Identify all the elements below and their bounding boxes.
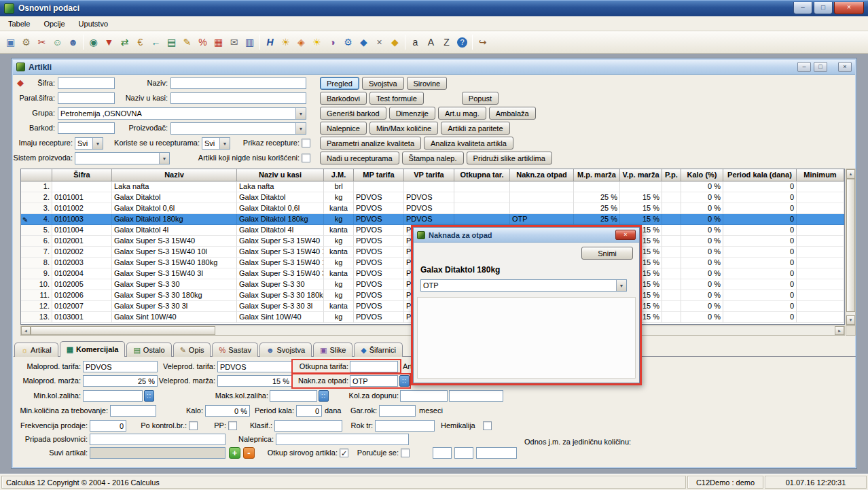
minimize-button[interactable]: – [793, 2, 812, 14]
tools-icon[interactable]: × [372, 34, 387, 50]
action-pregled[interactable]: Pregled [320, 77, 359, 90]
sifra-input[interactable] [58, 77, 115, 89]
edit-note-icon[interactable]: ✎ [179, 34, 195, 50]
action-artikli-za-paritete[interactable]: Artikli za paritete [441, 122, 509, 135]
action-barkodovi[interactable]: Barkodovi [320, 92, 367, 105]
imaju-dropdown-icon[interactable]: ▼ [92, 138, 103, 149]
action-ambala-a[interactable]: Ambalaža [489, 107, 536, 120]
action-popust[interactable]: Popust [462, 92, 499, 105]
naziv-u-kasi-input[interactable] [170, 92, 306, 104]
idea-icon[interactable]: ☀ [278, 34, 293, 50]
titlebar[interactable]: Osnovni podaci – □ × [0, 0, 868, 16]
dialog-close-button[interactable]: × [615, 230, 636, 240]
filter-icon[interactable]: ▼ [101, 34, 117, 50]
column-header-vp-tarifa[interactable]: VP tarifa [404, 169, 454, 181]
barkod-input[interactable] [58, 122, 115, 134]
table-row[interactable]: 2.0101001Galax DitaktolGalax DitaktolkgP… [21, 192, 844, 203]
tags-icon[interactable]: ◈ [293, 34, 309, 50]
column-header-otkupna-tar[interactable]: Otkupna tar. [454, 169, 510, 181]
column-header-naziv-u-kasi[interactable]: Naziv u kasi [237, 169, 324, 181]
grupa-dropdown-icon[interactable]: ▼ [295, 108, 306, 119]
action-test-formule[interactable]: Test formule [369, 92, 424, 105]
menu-opcije[interactable]: Opcije [37, 18, 71, 30]
tag-blue-icon[interactable]: ◆ [356, 34, 372, 50]
column-header-minimum[interactable]: Minimum [797, 169, 844, 181]
proizvodjac-dropdown-icon[interactable]: ▼ [295, 123, 306, 134]
add-user-icon[interactable]: ☺ [50, 34, 65, 50]
koriste-dropdown-icon[interactable]: ▼ [219, 138, 230, 149]
save-button[interactable]: Snimi [581, 247, 633, 260]
percent-icon[interactable]: % [195, 34, 211, 50]
doc-a-icon[interactable]: A [423, 34, 439, 50]
koriste-select[interactable]: Svi ▼ [202, 137, 230, 150]
column-header-ifra[interactable]: Šifra [52, 169, 112, 181]
artikli-minimize-button[interactable]: – [797, 62, 811, 72]
chart-icon[interactable]: ◑ [325, 34, 340, 50]
action-art-u-mag[interactable]: Art.u mag. [438, 107, 486, 120]
settings-icon[interactable]: ⚙ [18, 34, 34, 50]
tab-artikal[interactable]: ☼Artikal [14, 343, 58, 357]
column-header-nakn-za-otpad[interactable]: Nakn.za otpad [510, 169, 574, 181]
action-analiza-kvaliteta-artikla[interactable]: Analiza kvaliteta artikla [424, 137, 513, 150]
users-icon[interactable]: ☻ [65, 34, 81, 50]
action-parametri-analize-kvaliteta[interactable]: Parametri analize kvaliteta [320, 137, 421, 150]
tab-ifarnici[interactable]: ◆Šifarnici [354, 343, 403, 357]
action-svojstva[interactable]: Svojstva [362, 77, 404, 90]
otpad-dropdown-icon[interactable]: ▼ [616, 280, 626, 291]
tab-opis[interactable]: ✎Opis [173, 343, 211, 357]
scroll-left-icon[interactable]: ◄ [21, 326, 31, 335]
otpad-select[interactable]: OTP ▼ [420, 279, 627, 292]
tab-komercijala[interactable]: ▦Komercijala [60, 341, 126, 357]
action-generi-i-barkod[interactable]: Generiši barkod [320, 107, 386, 120]
find-article-icon[interactable]: a [408, 34, 423, 50]
close-button[interactable]: × [834, 2, 864, 14]
maximize-button[interactable]: □ [814, 2, 833, 14]
vertical-scrollbar[interactable]: ▲ ▼ [846, 169, 856, 326]
table-row[interactable]: ✎4.0101003Galax Ditaktol 180kgGalax Dita… [21, 214, 844, 225]
vertical-scroll-thumb[interactable] [846, 179, 855, 312]
cut-icon[interactable]: ✂ [34, 34, 50, 50]
action-pridru-i-slike-artiklima[interactable]: Pridruži slike artiklima [467, 152, 552, 164]
scroll-right-icon[interactable]: ► [835, 326, 844, 335]
column-header-m-p-mar-a[interactable]: M.p. marža [574, 169, 620, 181]
paral-sifra-input[interactable] [58, 92, 115, 104]
naziv-input[interactable] [170, 77, 306, 89]
tag-gold-icon[interactable]: ◆ [387, 34, 403, 50]
tab-slike[interactable]: ▣Slike [313, 343, 352, 357]
artikli-restore-button[interactable]: □ [814, 62, 827, 72]
back-arrow-icon[interactable]: ← [148, 34, 164, 50]
action-dimenzije[interactable]: Dimenzije [389, 107, 435, 120]
grupa-select[interactable]: Petrohemija ,OSNOVNA ▼ [58, 107, 306, 120]
exit-icon[interactable]: ↪ [475, 34, 490, 50]
column-header-period-kala-dana[interactable]: Period kala (dana) [723, 169, 797, 181]
action-sirovine[interactable]: Sirovine [407, 77, 448, 90]
lamp-icon[interactable]: ☀ [309, 34, 325, 50]
calendar-icon[interactable]: ▦ [211, 34, 226, 50]
artikli-close-button[interactable]: × [838, 62, 852, 72]
help-icon[interactable]: ? [454, 34, 470, 50]
tab-ostalo[interactable]: ▤Ostalo [126, 343, 171, 357]
menu-tabele[interactable]: Tabele [1, 18, 37, 30]
action-na-i-u-recepturama[interactable]: Nađi u recepturama [320, 152, 399, 164]
horizontal-scroll-thumb[interactable] [31, 326, 215, 335]
column-header-v-p-mar-a[interactable]: V.p. marža [620, 169, 662, 181]
prikaz-recepture-checkbox[interactable] [302, 139, 310, 147]
sync-icon[interactable]: ⇄ [117, 34, 132, 50]
action-tampa-nalep[interactable]: Štampa nalep. [402, 152, 464, 164]
tab-sastav[interactable]: %Sastav [212, 343, 257, 357]
scroll-up-icon[interactable]: ▲ [846, 169, 855, 179]
column-header-p-p[interactable]: P.p. [662, 169, 681, 181]
column-header-j-m[interactable]: J.M. [324, 169, 354, 181]
table-row[interactable]: 1.Laka naftaLaka naftabrl0 %0 [21, 181, 844, 192]
imaju-recepture-select[interactable]: Svi ▼ [75, 137, 103, 150]
mail-icon[interactable]: ✉ [226, 34, 242, 50]
table-row[interactable]: 3.0101002Galax Ditaktol 0,6lGalax Ditakt… [21, 203, 844, 214]
new-window-icon[interactable]: ▣ [3, 34, 18, 50]
nekorisceni-checkbox[interactable] [302, 154, 310, 162]
proizvodjac-select[interactable]: ▼ [170, 122, 306, 135]
tab-svojstva[interactable]: ☻Svojstva [259, 343, 312, 357]
action-nalepnice[interactable]: Nalepnice [320, 122, 367, 135]
spreadsheet-icon[interactable]: ▤ [164, 34, 179, 50]
sistem-dropdown-icon[interactable]: ▼ [159, 153, 169, 164]
gear-blue-icon[interactable]: ⚙ [340, 34, 356, 50]
